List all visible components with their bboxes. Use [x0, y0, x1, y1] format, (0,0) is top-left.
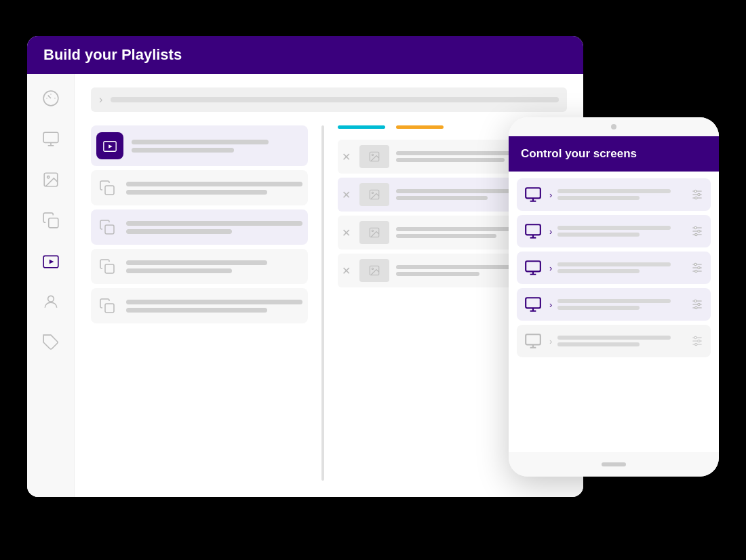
mobile-screen-item[interactable]: ›: [517, 288, 711, 321]
svg-rect-3: [48, 218, 58, 228]
screen-icon: [522, 330, 544, 352]
sidebar-icon-monitor[interactable]: [40, 128, 62, 150]
arrow-icon: ›: [549, 300, 552, 310]
progress-line: [557, 226, 671, 230]
sidebar-icon-playlist[interactable]: [40, 250, 62, 272]
svg-rect-22: [526, 188, 541, 198]
tab-yellow[interactable]: [396, 125, 444, 129]
svg-point-47: [694, 300, 696, 302]
sliders-icon[interactable]: [689, 333, 705, 349]
line: [396, 234, 496, 238]
progress-line: [557, 262, 671, 266]
line-block: [126, 229, 232, 234]
screen-icon: [522, 257, 544, 279]
top-bar: ›: [91, 87, 567, 112]
camera-dot: [611, 124, 616, 129]
arrow-icon: ›: [549, 190, 552, 200]
sliders-icon[interactable]: [689, 296, 705, 313]
top-bar-line: [111, 97, 559, 102]
svg-rect-29: [526, 224, 541, 235]
svg-rect-43: [526, 298, 541, 308]
svg-rect-11: [105, 225, 114, 234]
doc-icon: [96, 216, 118, 238]
top-bar-arrow: ›: [99, 94, 102, 106]
svg-point-27: [698, 193, 700, 195]
svg-point-42: [695, 270, 697, 272]
svg-rect-50: [526, 334, 541, 344]
screen-icon: [522, 220, 544, 242]
list-lines: [126, 260, 302, 273]
remove-icon[interactable]: ✕: [342, 226, 353, 239]
mobile-bottom-bar: [509, 452, 719, 477]
svg-rect-0: [43, 132, 58, 142]
svg-point-21: [372, 268, 373, 269]
line-block: [126, 260, 267, 265]
left-column: [91, 125, 308, 481]
desktop-body: ›: [27, 74, 583, 497]
mobile-screen-item[interactable]: ›: [517, 325, 711, 357]
line-block: [126, 221, 302, 226]
line-block: [126, 268, 232, 273]
svg-point-48: [698, 303, 700, 305]
list-lines: [126, 300, 302, 313]
sidebar-icon-dashboard[interactable]: [40, 87, 62, 109]
progress-lines: [557, 336, 684, 346]
list-item[interactable]: [91, 125, 308, 166]
sidebar-icon-copy[interactable]: [40, 209, 62, 231]
svg-rect-36: [526, 261, 541, 271]
svg-point-34: [698, 230, 700, 232]
list-item[interactable]: [91, 288, 308, 323]
svg-point-55: [698, 340, 700, 342]
progress-line: [557, 336, 671, 340]
svg-point-35: [695, 233, 697, 235]
remove-icon[interactable]: ✕: [342, 151, 353, 163]
arrow-icon: ›: [549, 263, 552, 273]
sliders-icon[interactable]: [689, 223, 705, 239]
remove-icon[interactable]: ✕: [342, 264, 353, 277]
svg-rect-10: [105, 186, 114, 195]
progress-lines: [557, 262, 684, 273]
mobile-title: Control your screens: [521, 147, 637, 161]
svg-point-40: [694, 263, 696, 265]
screen-icon: [522, 294, 544, 315]
mobile-list: ›: [509, 172, 719, 452]
sidebar-icon-user[interactable]: [40, 291, 62, 313]
home-button[interactable]: [602, 462, 626, 466]
svg-point-49: [695, 306, 697, 308]
line-block: [126, 308, 267, 313]
list-item[interactable]: [91, 249, 308, 284]
list-item[interactable]: [91, 170, 308, 205]
mobile-screen-item[interactable]: ›: [517, 215, 711, 247]
svg-point-19: [372, 230, 373, 231]
image-placeholder: [359, 259, 389, 282]
line-block: [126, 190, 267, 195]
arrow-icon: ›: [549, 226, 552, 237]
svg-rect-13: [105, 304, 114, 313]
doc-icon: [96, 177, 118, 199]
tab-cyan[interactable]: [338, 125, 385, 129]
line-block: [132, 148, 234, 153]
svg-point-6: [47, 296, 54, 302]
sliders-icon[interactable]: [689, 260, 705, 276]
list-item[interactable]: [91, 209, 308, 245]
sidebar-icon-image[interactable]: [40, 169, 62, 191]
sidebar-icon-tag[interactable]: [40, 332, 62, 353]
mobile-screen-item[interactable]: ›: [517, 178, 711, 211]
svg-point-41: [698, 266, 700, 268]
mobile-screen-item[interactable]: ›: [517, 252, 711, 284]
progress-lines: [557, 189, 684, 200]
line-block: [126, 300, 302, 304]
progress-line: [557, 196, 640, 200]
line-block: [132, 140, 269, 144]
arrow-icon: ›: [549, 336, 552, 346]
desktop-title: Build your Playlists: [43, 46, 182, 64]
progress-lines: [557, 226, 684, 237]
progress-line: [557, 269, 640, 273]
content-columns: ✕: [91, 125, 567, 481]
mobile-header: Control your screens: [509, 136, 719, 172]
svg-marker-9: [109, 144, 113, 148]
list-lines: [126, 182, 302, 195]
svg-point-56: [695, 343, 697, 345]
remove-icon[interactable]: ✕: [342, 188, 353, 201]
sliders-icon[interactable]: [689, 186, 705, 203]
